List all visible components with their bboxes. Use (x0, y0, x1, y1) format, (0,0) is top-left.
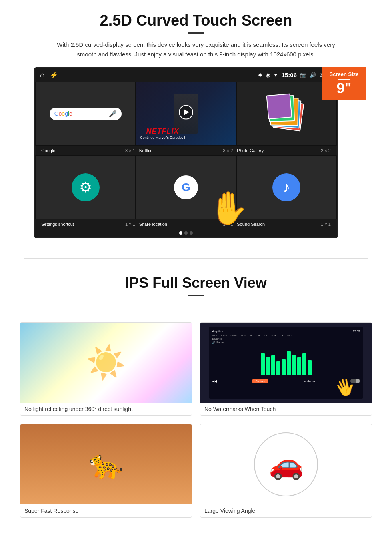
amplifier-image: Amplifier 17:33 60hz100hz200hz500hz1k2.5… (200, 323, 372, 403)
google-label: Google 3 × 1 (39, 148, 137, 153)
wifi-icon: ▼ (273, 72, 278, 78)
mic-icon[interactable]: 🎤 (109, 110, 117, 118)
status-bar-right: ✱ ◉ ▼ 15:06 📷 🔊 ☒ ▭ (258, 72, 332, 78)
volume-icon: 🔊 (310, 72, 316, 78)
section-ips: IPS Full Screen View (0, 271, 392, 314)
music-icon-wrap: ♪ (272, 173, 300, 201)
amp-bars (212, 345, 360, 377)
section-divider-line (24, 258, 368, 259)
amp-bar-8 (297, 357, 301, 375)
dot-1 (179, 231, 182, 235)
google-label-name: Google (41, 148, 55, 153)
amp-bar-4 (276, 361, 280, 375)
cheetah-icon: 🐆 (89, 448, 124, 481)
car-circle: 🚗 (254, 432, 318, 496)
car-label: Large Viewing Angle (200, 504, 372, 517)
section-curved-desc: With 2.5D curved-display screen, this de… (56, 40, 336, 59)
status-bar-left: ⌂ ⚡ (40, 71, 58, 79)
ips-title-divider (188, 295, 204, 296)
dot-2 (184, 231, 188, 235)
page-indicator (35, 229, 337, 237)
settings-label-name: Settings shortcut (41, 222, 74, 227)
car-image: 🚗 (200, 424, 372, 504)
sunlight-image: ☀️ (20, 323, 192, 403)
amp-header: Amplifier 17:33 (212, 330, 360, 333)
feature-grid: ☀️ No light reflecting under 360° direct… (0, 314, 392, 526)
hand-icon: 🤚 (208, 189, 248, 227)
badge-size: 9" (336, 80, 351, 96)
photo-stack: 🌸 (268, 96, 304, 132)
netflix-app-cell[interactable]: NETFLIX Continue Marvel's Daredevil (136, 82, 236, 146)
device-area: Screen Size 9" ⌂ ⚡ ✱ ◉ ▼ 15:06 📷 🔊 ☒ (30, 67, 362, 238)
sound-search-cell[interactable]: ♪ (236, 155, 337, 219)
photo-gallery-cell[interactable]: 🌸 (236, 82, 337, 146)
netflix-subtitle: Continue Marvel's Daredevil (140, 136, 185, 140)
car-top-view-icon: 🚗 (269, 448, 304, 481)
camera-icon: 📷 (300, 72, 306, 78)
android-screen: ⌂ ⚡ ✱ ◉ ▼ 15:06 📷 🔊 ☒ ▭ (34, 67, 338, 238)
netflix-label: Netflix 3 × 2 (137, 148, 235, 153)
amp-bar-7 (292, 355, 296, 375)
google-search-bar[interactable]: Google 🎤 (50, 108, 122, 120)
cheetah-image: 🐆 (20, 424, 192, 504)
usb-icon: ⚡ (50, 71, 58, 79)
status-time: 15:06 (282, 72, 297, 78)
settings-gear-icon: ⚙ (79, 179, 92, 196)
feature-card-amplifier: Amplifier 17:33 60hz100hz200hz500hz1k2.5… (200, 322, 372, 416)
amp-bar-1 (261, 353, 265, 375)
badge-divider (338, 79, 350, 80)
cheetah-label: Super Fast Response (20, 504, 192, 517)
amp-bar-5 (282, 359, 286, 375)
settings-icon-wrap: ⚙ (72, 173, 100, 201)
amp-time: 17:33 (353, 330, 360, 333)
netflix-label-size: 3 × 2 (223, 148, 233, 153)
sound-label: Sound Search 1 × 1 (235, 222, 333, 227)
home-icon[interactable]: ⌂ (40, 71, 44, 79)
status-bar: ⌂ ⚡ ✱ ◉ ▼ 15:06 📷 🔊 ☒ ▭ (35, 68, 337, 82)
gallery-label-size: 2 × 2 (321, 148, 331, 153)
section-curved-title: 2.5D Curved Touch Screen (24, 12, 368, 29)
netflix-label-name: Netflix (139, 148, 152, 153)
amp-title: Amplifier (212, 330, 223, 333)
bluetooth-icon: ✱ (258, 72, 262, 78)
screen-size-badge: Screen Size 9" (322, 67, 366, 100)
section-ips-title: IPS Full Screen View (24, 275, 368, 291)
google-label-size: 3 × 1 (125, 148, 135, 153)
photo-card-1 (266, 93, 292, 119)
watermarks-label: No Watermarks When Touch (200, 403, 372, 415)
amp-bar-10 (308, 360, 312, 375)
amp-bar-3 (271, 355, 275, 375)
section-curved: 2.5D Curved Touch Screen With 2.5D curve… (0, 0, 392, 246)
google-g-icon: G (174, 175, 198, 199)
badge-label: Screen Size (325, 71, 363, 77)
settings-app-cell[interactable]: ⚙ (35, 155, 136, 219)
share-location-cell[interactable]: G 🤚 (136, 155, 236, 219)
amp-bar-6 (287, 351, 291, 375)
location-icon: ◉ (266, 72, 270, 78)
netflix-info: NETFLIX Continue Marvel's Daredevil (140, 127, 185, 140)
play-button[interactable] (179, 105, 193, 119)
music-note-icon: ♪ (283, 179, 290, 196)
play-triangle-icon (184, 109, 189, 115)
sunlight-label: No light reflecting under 360° direct su… (20, 403, 192, 415)
google-logo: Google (54, 110, 72, 117)
amp-bar-9 (302, 353, 306, 375)
app-grid-row1: Google 🎤 NETFLIX Co (35, 82, 337, 146)
feature-card-car: 🚗 Large Viewing Angle (200, 424, 372, 518)
share-label-name: Share location (139, 222, 167, 227)
dot-3 (190, 231, 193, 235)
settings-label: Settings shortcut 1 × 1 (39, 222, 137, 227)
feature-card-sunlight: ☀️ No light reflecting under 360° direct… (20, 322, 192, 416)
gallery-label: Photo Gallery 2 × 2 (235, 148, 333, 153)
app-labels-row2: Settings shortcut 1 × 1 Share location 1… (35, 219, 337, 229)
title-divider (188, 32, 204, 34)
settings-label-size: 1 × 1 (125, 222, 135, 227)
netflix-logo: NETFLIX (140, 127, 185, 136)
feature-card-cheetah: 🐆 Super Fast Response (20, 424, 192, 518)
app-labels-row1: Google 3 × 1 Netflix 3 × 2 Photo Gallery… (35, 146, 337, 155)
sound-label-size: 1 × 1 (321, 222, 331, 227)
app-grid-row2: ⚙ G 🤚 ♪ (35, 155, 337, 219)
amp-bar-2 (266, 357, 270, 375)
google-app-cell[interactable]: Google 🎤 (35, 82, 136, 146)
gallery-label-name: Photo Gallery (237, 148, 264, 153)
